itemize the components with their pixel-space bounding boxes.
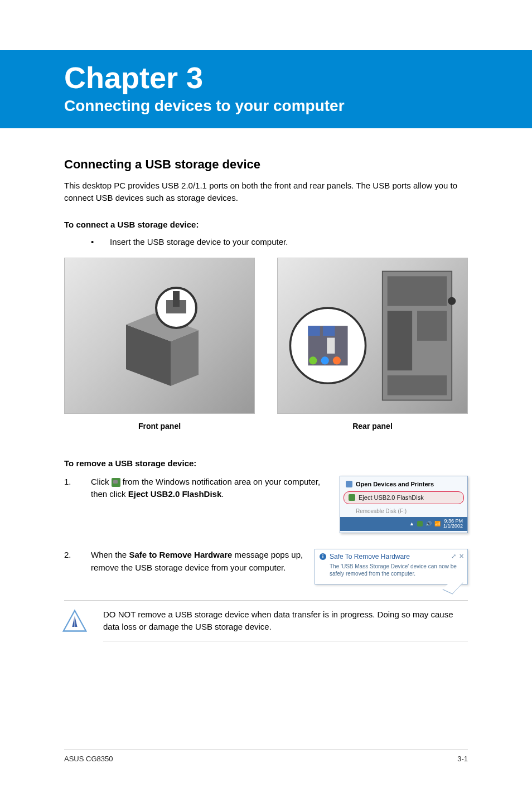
warning-icon: [62, 608, 88, 634]
tray-time: 9:36 PM: [444, 518, 463, 524]
step-2-text-a: When the: [91, 550, 129, 559]
tray-net-icon: 📶: [434, 520, 441, 528]
chapter-subtitle: Connecting devices to your computer: [64, 97, 510, 115]
svg-point-10: [448, 297, 456, 305]
svg-rect-19: [327, 337, 335, 353]
bullet-marker: •: [91, 237, 110, 247]
footer-page-number: 3-1: [457, 755, 468, 763]
warning-callout: DO NOT remove a USB storage device when …: [64, 600, 468, 641]
step-1-text-c: .: [221, 489, 224, 499]
step-1-text: Click from the Windows notification area…: [91, 476, 340, 534]
eject-flashdisk-item[interactable]: Eject USB2.0 FlashDisk: [344, 491, 464, 504]
section-heading: Connecting a USB storage device: [64, 157, 468, 172]
removable-disk-label: Removable Disk (F:): [356, 507, 407, 515]
connect-bullet: • Insert the USB storage device to your …: [91, 237, 468, 247]
step-2: 2. When the Safe to Remove Hardware mess…: [64, 549, 468, 584]
removable-disk-item: Removable Disk (F:): [340, 505, 467, 517]
connect-sub-heading: To connect a USB storage device:: [64, 220, 468, 229]
svg-point-16: [309, 356, 317, 364]
bullet-text: Insert the USB storage device to your co…: [110, 237, 288, 247]
step-1-bold: Eject USB2.0 FlashDisk: [128, 489, 222, 499]
front-panel-image: [64, 258, 255, 414]
step-1: 1. Click from the Windows notification a…: [64, 476, 468, 534]
rear-panel-caption: Rear panel: [352, 422, 393, 431]
svg-rect-8: [388, 311, 412, 370]
chapter-title: Chapter 3: [64, 60, 510, 95]
balloon-message: The 'USB Mass Storage Device' device can…: [320, 563, 463, 577]
tray-flag-icon: ▲: [409, 520, 414, 528]
devices-icon: [346, 481, 352, 487]
step-2-text: When the Safe to Remove Hardware message…: [91, 549, 315, 584]
intro-paragraph: This desktop PC provides USB 2.0/1.1 por…: [64, 180, 468, 204]
system-tray: ▲ 🔊 📶 9:36 PM 1/1/2002: [340, 517, 467, 532]
balloon-zoom-icon[interactable]: ⤢: [451, 552, 456, 561]
page-content: Connecting a USB storage device This des…: [0, 128, 532, 641]
eject-menu-screenshot: Open Devices and Printers Eject USB2.0 F…: [340, 476, 468, 534]
step-1-text-a: Click: [91, 477, 112, 486]
tray-remove-icon: [417, 521, 423, 526]
svg-rect-11: [388, 375, 447, 395]
balloon-title: Safe To Remove Hardware: [330, 552, 410, 562]
balloon-title-row: i Safe To Remove Hardware: [320, 552, 463, 562]
tray-date: 1/1/2002: [443, 523, 463, 529]
front-panel-figure: Front panel: [64, 258, 255, 431]
balloon-close-icon[interactable]: ✕: [459, 552, 464, 561]
safely-remove-tray-icon: [112, 478, 120, 487]
svg-point-18: [333, 356, 341, 364]
page-footer: ASUS CG8350 3-1: [64, 750, 468, 763]
svg-rect-7: [388, 276, 447, 306]
svg-rect-9: [417, 311, 447, 340]
chapter-banner: Chapter 3 Connecting devices to your com…: [0, 50, 532, 128]
svg-rect-14: [308, 326, 320, 336]
warning-text: DO NOT remove a USB storage device when …: [103, 608, 468, 641]
step-2-number: 2.: [64, 549, 91, 584]
balloon-tail: [442, 578, 463, 595]
open-devices-item[interactable]: Open Devices and Printers: [340, 478, 467, 491]
safe-remove-screenshot: ⤢ ✕ i Safe To Remove Hardware The 'USB M…: [315, 549, 468, 584]
tray-sound-icon: 🔊: [425, 520, 432, 528]
svg-rect-15: [323, 326, 335, 336]
svg-rect-5: [173, 291, 180, 307]
figure-row: Front panel: [64, 258, 468, 431]
open-devices-label: Open Devices and Printers: [356, 480, 434, 489]
eject-flashdisk-label: Eject USB2.0 FlashDisk: [359, 493, 424, 503]
step-1-number: 1.: [64, 476, 91, 534]
safe-remove-balloon: ⤢ ✕ i Safe To Remove Hardware The 'USB M…: [315, 549, 468, 584]
footer-product: ASUS CG8350: [64, 755, 113, 763]
rear-panel-image: [277, 258, 468, 414]
remove-sub-heading: To remove a USB storage device:: [64, 458, 468, 468]
info-icon: i: [320, 553, 326, 560]
step-2-bold: Safe to Remove Hardware: [129, 550, 232, 559]
front-panel-caption: Front panel: [138, 422, 181, 431]
eject-icon: [349, 494, 355, 501]
eject-context-menu: Open Devices and Printers Eject USB2.0 F…: [340, 476, 468, 534]
rear-panel-figure: Rear panel: [277, 258, 468, 431]
svg-point-17: [321, 356, 329, 364]
